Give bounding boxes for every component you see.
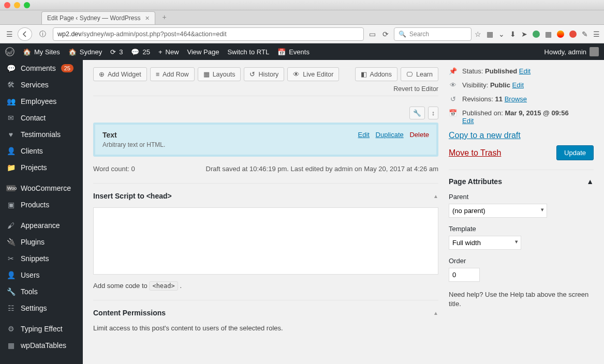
status-edit-link[interactable]: Edit (519, 67, 531, 75)
revisions-browse-link[interactable]: Browse (505, 95, 527, 103)
template-select[interactable]: Full width (449, 236, 521, 250)
row-move-button[interactable]: ↕ (428, 107, 438, 119)
sidebar-item-products[interactable]: ▣Products (0, 196, 83, 213)
move-to-trash-link[interactable]: Move to Trash (449, 148, 501, 158)
events-link[interactable]: 📅 Events (277, 48, 310, 56)
date-edit-link[interactable]: Edit (462, 117, 474, 125)
rtl-link[interactable]: Switch to RTL (227, 48, 269, 56)
scissors-icon: ✂ (6, 254, 16, 263)
sidebar-item-typing-effect[interactable]: ⚙Typing Effect (0, 321, 83, 337)
close-tab-icon[interactable]: ✕ (145, 15, 150, 22)
new-link[interactable]: + New (158, 48, 179, 56)
addons-button[interactable]: ◧Addons (355, 67, 397, 81)
panel-label: Insert Script to <head> (93, 192, 172, 200)
sidebar-item-clients[interactable]: 👤Clients (0, 143, 83, 159)
howdy-link[interactable]: Howdy, admin (544, 47, 599, 56)
site-link[interactable]: 🏠 Sydney (68, 48, 102, 56)
ext1-icon[interactable] (533, 31, 540, 38)
sidebar-item-settings[interactable]: ☷Settings (0, 300, 83, 316)
sidebar-item-projects[interactable]: 📁Projects (0, 159, 83, 176)
info-icon[interactable]: ⓘ (35, 27, 50, 41)
widget-edit-link[interactable]: Edit (358, 131, 370, 139)
row-settings-button[interactable]: 🔧 (409, 107, 425, 119)
caret-icon: ▲ (586, 177, 594, 186)
panel-title[interactable]: Page Attributes▲ (449, 177, 594, 186)
search-icon: 🔍 (399, 31, 406, 38)
widget-duplicate-link[interactable]: Duplicate (376, 131, 404, 139)
sidebar-item-users[interactable]: 👤Users (0, 267, 83, 283)
pocket-icon[interactable]: ⌄ (498, 30, 505, 38)
viewpage-link[interactable]: View Page (187, 48, 219, 56)
head-script-textarea[interactable] (93, 207, 438, 275)
mysites-link[interactable]: 🏠 My Sites (23, 48, 60, 56)
sidebar-item-contact[interactable]: ✉Contact (0, 110, 83, 126)
parent-select[interactable]: (no parent) (449, 204, 547, 218)
update-button[interactable]: Update (556, 145, 594, 160)
learn-button[interactable]: 🖵Learn (401, 67, 438, 81)
download-icon[interactable]: ⬇ (510, 30, 516, 38)
send-icon[interactable]: ➤ (521, 30, 527, 38)
url-path: /sydney/wp-admin/post.php?post=464&actio… (82, 31, 227, 38)
grid-icon[interactable]: ▦ (487, 30, 493, 38)
content-permissions-panel[interactable]: Content Permissions ▲ (93, 300, 438, 317)
layouts-button[interactable]: ▦Layouts (198, 67, 241, 81)
revisions-row: ↺ Revisions: 11 Browse (449, 95, 594, 103)
url-bar[interactable]: wp2.dev/sydney/wp-admin/post.php?post=46… (53, 27, 364, 41)
ext3-icon[interactable] (557, 31, 564, 38)
heart-icon: ♥ (6, 130, 16, 139)
window-zoom-button[interactable] (24, 2, 30, 8)
ext5-icon[interactable]: ✎ (582, 30, 588, 38)
ext2-icon[interactable]: ▦ (545, 30, 552, 38)
add-widget-button[interactable]: ⊕Add Widget (93, 67, 147, 81)
live-editor-button[interactable]: 👁Live Editor (287, 67, 339, 81)
rows-icon: ≡ (156, 71, 159, 78)
move-icon: ↕ (432, 110, 435, 117)
copy-draft-link[interactable]: Copy to a new draft (449, 131, 521, 140)
sidebar-item-wpdatatables[interactable]: ▦wpDataTables (0, 337, 83, 354)
updates-link[interactable]: ⟳ 3 (110, 48, 123, 56)
sidebar-item-woocommerce[interactable]: WooWooCommerce (0, 180, 83, 196)
browser-search[interactable]: 🔍 Search (394, 27, 472, 41)
widget-subtitle: Arbitrary text or HTML. (102, 141, 429, 148)
sidebar-item-tools[interactable]: 🔧Tools (0, 283, 83, 300)
wp-logo[interactable] (5, 47, 14, 56)
draft-saved: Draft saved at 10:46:19 pm. Last edited … (206, 165, 439, 173)
add-row-button[interactable]: ≡Add Row (150, 67, 195, 81)
macos-titlebar (0, 0, 604, 10)
published-row: 📅 Published on: Mar 9, 2015 @ 09:56Edit (449, 109, 594, 125)
sidebar-item-appearance[interactable]: 🖌Appearance (0, 217, 83, 234)
sidebar-item-services[interactable]: 🛠Services (0, 77, 83, 93)
insert-head-panel[interactable]: Insert Script to <head> ▲ (93, 183, 438, 200)
sidebar-item-plugins[interactable]: 🔌Plugins (0, 234, 83, 250)
menu-icon[interactable]: ☰ (593, 30, 600, 38)
window-close-button[interactable] (4, 2, 10, 8)
order-label: Order (449, 257, 594, 265)
sidebar-item-testimonials[interactable]: ♥Testimonials (0, 126, 83, 143)
revert-editor-link[interactable]: Revert to Editor (93, 85, 438, 93)
sidebar-item-employees[interactable]: 👥Employees (0, 93, 83, 110)
reader-icon[interactable]: ▭ (367, 30, 377, 38)
window-minimize-button[interactable] (14, 2, 20, 8)
star-icon[interactable]: ☆ (475, 30, 481, 38)
widget-delete-link[interactable]: Delete (409, 131, 429, 139)
order-input[interactable] (449, 268, 480, 282)
calendar-icon: 📅 (449, 109, 457, 117)
comments-link[interactable]: 💬 25 (131, 48, 150, 56)
visibility-edit-link[interactable]: Edit (512, 81, 524, 89)
reload-icon[interactable]: ⟳ (380, 30, 391, 38)
ext4-icon[interactable] (569, 31, 577, 38)
back-button[interactable] (18, 27, 32, 41)
main-column: ⊕Add Widget ≡Add Row ▦Layouts ↺History 👁… (93, 60, 438, 354)
new-tab-button[interactable]: + (158, 13, 171, 24)
visibility-row: 👁 Visibility: Public Edit (449, 81, 594, 89)
sidebar-item-snippets[interactable]: ✂Snippets (0, 250, 83, 267)
browser-tab[interactable]: Edit Page ‹ Sydney — WordPress ✕ (41, 11, 155, 24)
text-widget[interactable]: Edit Duplicate Delete Text Arbitrary tex… (93, 123, 438, 157)
cube-icon: ◧ (361, 70, 367, 78)
wrench-icon: 🔧 (6, 287, 16, 296)
history-button[interactable]: ↺History (244, 67, 284, 81)
toolbar-icons: ☆ ▦ ⌄ ⬇ ➤ ▦ ✎ ☰ (475, 30, 600, 38)
brush-icon: 🖌 (6, 221, 16, 230)
sidebar-item-comments[interactable]: 💬Comments25 (0, 60, 83, 77)
sidebar-toggle-icon[interactable]: ☰ (4, 30, 14, 38)
